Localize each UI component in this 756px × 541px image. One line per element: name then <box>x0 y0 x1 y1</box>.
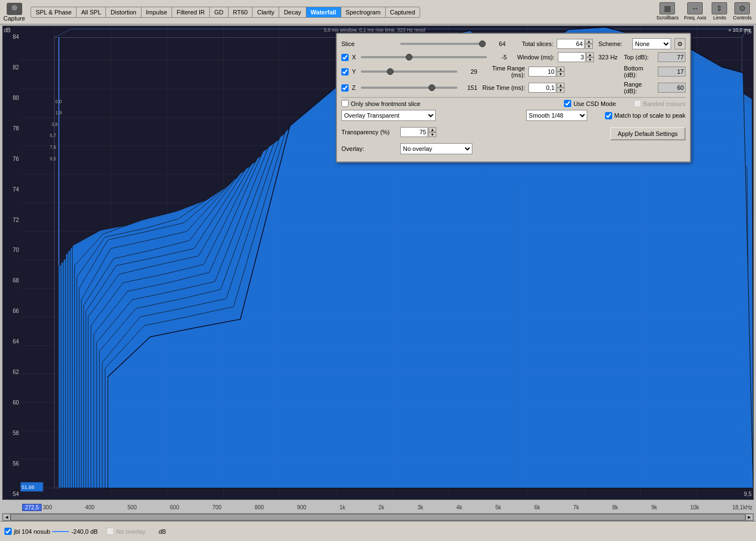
status-measurement-checkbox[interactable] <box>4 528 12 535</box>
match-top-checkbox[interactable] <box>605 112 612 119</box>
banded-colours-label: Banded colours <box>634 100 686 107</box>
time-range-up[interactable]: ▲ <box>557 67 565 72</box>
controls-label: Controls <box>733 15 752 21</box>
transparency-up[interactable]: ▲ <box>429 127 436 132</box>
x-label-4k: 4k <box>456 504 462 510</box>
transparency-down[interactable]: ▼ <box>429 132 436 137</box>
tab-decay[interactable]: Decay <box>279 7 305 17</box>
match-top-label[interactable]: Match top of scale to peak <box>605 112 686 119</box>
freq-axis-icon-group[interactable]: ↔ Freq. Axis <box>684 2 706 21</box>
only-frontmost-label[interactable]: Only show frontmost slice <box>341 100 420 107</box>
slice-value: 64 <box>489 41 506 47</box>
tab-rt60[interactable]: RT60 <box>229 7 253 17</box>
y-label-56: 56 <box>3 461 21 467</box>
slice-slider[interactable] <box>400 43 486 45</box>
y-checkbox[interactable] <box>341 68 349 75</box>
controls-icon-group[interactable]: ⚙ Controls <box>733 2 752 21</box>
overlay-select[interactable]: No overlay <box>400 143 472 154</box>
x-label-9k: 9k <box>651 504 657 510</box>
svg-text:7,6: 7,6 <box>50 145 57 150</box>
tab-group: SPL & PhaseAll SPLDistortionImpulseFilte… <box>31 7 420 18</box>
window-hz: 323 Hz <box>598 54 621 60</box>
scheme-settings-btn[interactable]: ⚙ <box>674 38 686 49</box>
time-range-input[interactable]: 10 <box>528 67 556 77</box>
use-csd-label[interactable]: Use CSD Mode <box>564 100 616 107</box>
y-label-74: 74 <box>3 186 21 193</box>
y-slider[interactable] <box>361 70 457 73</box>
time-range-down[interactable]: ▼ <box>557 72 565 77</box>
rise-time-label: Rise Time (ms): <box>481 84 525 91</box>
bottom-db-input[interactable] <box>658 67 686 77</box>
time-range-label: Time Range (ms): <box>481 65 525 78</box>
window-up[interactable]: ▲ <box>586 52 594 57</box>
limits-icon-group[interactable]: ⇕ Limits <box>712 2 727 21</box>
smooth-select[interactable]: Smooth 1/48 Smooth 1/24 Smooth 1/12 No S… <box>526 110 587 121</box>
overlay-mode-select[interactable]: Overlay Transparent No Overlay Overlay O… <box>341 110 436 121</box>
rise-time-down[interactable]: ▼ <box>557 88 565 93</box>
use-csd-checkbox[interactable] <box>564 100 571 107</box>
tab-spectrogram[interactable]: Spectrogram <box>341 7 385 17</box>
tab-distortion[interactable]: Distortion <box>106 7 140 17</box>
total-slices-up[interactable]: ▲ <box>585 39 593 44</box>
tab-impulse[interactable]: Impulse <box>142 7 172 17</box>
x-label-10k: 10k <box>690 504 699 510</box>
range-db-input[interactable] <box>658 83 686 93</box>
scheme-select[interactable]: None Red-Blue Spectral <box>632 38 671 49</box>
tab-spl-phase[interactable]: SPL & Phase <box>31 7 76 17</box>
y-label-60: 60 <box>3 400 21 406</box>
x-label-600: 600 <box>170 504 179 510</box>
x-label-300: 300 <box>43 504 52 510</box>
db-title: dB <box>4 27 11 33</box>
y-label-82: 82 <box>3 64 21 70</box>
window-down[interactable]: ▼ <box>586 57 594 62</box>
capture-label: Capture <box>3 15 25 22</box>
x-slider[interactable] <box>361 56 487 58</box>
overlay-label: Overlay: <box>341 145 397 152</box>
z-value: 151 <box>461 84 477 91</box>
tab-waterfall[interactable]: Waterfall <box>306 7 341 17</box>
transparency-input[interactable]: 75 <box>400 127 428 137</box>
apply-defaults-button[interactable]: Apply Default Settings <box>610 127 686 140</box>
x-value: -5 <box>490 54 507 60</box>
z-checkbox[interactable] <box>341 84 349 92</box>
tab-captured[interactable]: Captured <box>386 7 420 17</box>
y-label-76: 76 <box>3 156 21 162</box>
tab-all-spl[interactable]: All SPL <box>77 7 105 17</box>
x-label-3k: 3k <box>417 504 424 510</box>
x-scrollbar[interactable]: ◄ ► <box>2 513 754 521</box>
y-label-70: 70 <box>3 247 21 253</box>
scroll-thumb[interactable] <box>11 514 745 520</box>
x-label-2k: 2k <box>379 504 385 510</box>
y-label-78: 78 <box>3 125 21 132</box>
total-slices-down[interactable]: ▼ <box>585 44 593 49</box>
total-slices-input[interactable]: 64 <box>557 39 584 49</box>
top-db-input[interactable] <box>658 52 686 62</box>
x-checkbox[interactable] <box>341 54 349 61</box>
status-bar: jbl 104 nosub -240,0 dB No overlay dB <box>0 521 756 541</box>
tab-clarity[interactable]: Clarity <box>253 7 279 17</box>
scroll-right-arrow[interactable]: ► <box>745 514 753 520</box>
y-label-80: 80 <box>3 95 21 101</box>
z-slider[interactable] <box>361 87 457 89</box>
svg-text:1,9: 1,9 <box>56 110 62 115</box>
svg-text:5,7: 5,7 <box>50 133 57 138</box>
tab-gd[interactable]: GD <box>210 7 228 17</box>
y-value: 29 <box>461 68 477 75</box>
only-frontmost-checkbox[interactable] <box>341 100 349 107</box>
scroll-left-arrow[interactable]: ◄ <box>3 514 11 520</box>
rise-time-up[interactable]: ▲ <box>557 83 565 88</box>
limits-icon: ⇕ <box>712 2 727 14</box>
capture-button[interactable]: Capture <box>3 3 25 22</box>
status-no-overlay: No overlay <box>116 528 145 535</box>
range-db-label: Range (dB): <box>624 81 654 94</box>
rise-time-input[interactable]: 0,1 <box>528 83 556 93</box>
scrollbars-icon: ▦ <box>659 2 675 14</box>
x-label-400: 400 <box>85 504 94 510</box>
tab-filtered-ir[interactable]: Filtered IR <box>172 7 209 17</box>
scrollbars-icon-group[interactable]: ▦ Scrollbars <box>656 2 678 21</box>
window-input[interactable]: 3 <box>558 52 586 62</box>
z-label: Z <box>352 84 357 91</box>
main-area: dB 3,0 ms window, 0,1 ms rise time, 323 … <box>0 24 756 521</box>
freq-axis-label: Freq. Axis <box>684 15 706 21</box>
scrollbars-label: Scrollbars <box>656 15 678 21</box>
